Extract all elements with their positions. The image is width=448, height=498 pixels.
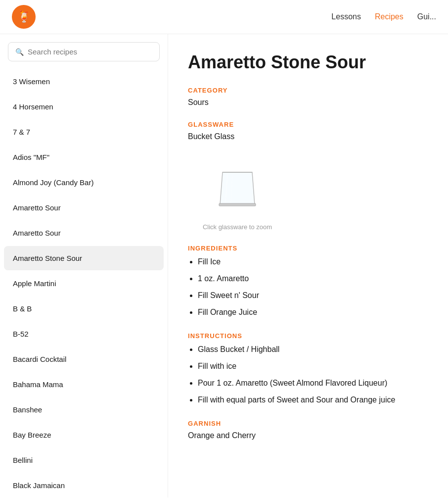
recipe-list-item[interactable]: Adios "MF" — [4, 145, 164, 169]
app-header: 🍹 Lessons Recipes Gui... — [0, 0, 448, 34]
recipe-list-item[interactable]: Bellini — [4, 448, 164, 472]
recipe-list-item[interactable]: 4 Horsemen — [4, 95, 164, 119]
ingredients-list: Fill Ice1 oz. AmarettoFill Sweet n' Sour… — [188, 256, 428, 318]
search-icon: 🔍 — [15, 48, 24, 56]
instructions-section: INSTRUCTIONS Glass Bucket / HighballFill… — [188, 332, 428, 406]
glass-image-container: Click glassware to zoom — [188, 155, 287, 231]
garnish-value: Orange and Cherry — [188, 431, 428, 440]
instruction-item: Fill with ice — [198, 360, 428, 372]
instructions-label: INSTRUCTIONS — [188, 332, 428, 340]
recipe-list-item[interactable]: Bay Breeze — [4, 423, 164, 447]
search-container: 🔍 — [0, 34, 168, 69]
glassware-label: GLASSWARE — [188, 121, 428, 128]
recipe-list-item[interactable]: Amaretto Sour — [4, 196, 164, 220]
instructions-list: Glass Bucket / HighballFill with icePour… — [188, 344, 428, 406]
ingredient-item: Fill Orange Juice — [198, 306, 428, 318]
app-layout: 🔍 3 Wisemen4 Horsemen7 & 7Adios "MF"Almo… — [0, 34, 448, 498]
ingredient-item: Fill Sweet n' Sour — [198, 290, 428, 301]
svg-rect-4 — [219, 203, 256, 206]
category-value: Sours — [188, 98, 428, 107]
nav-recipes[interactable]: Recipes — [375, 12, 403, 21]
recipe-list-item[interactable]: Almond Joy (Candy Bar) — [4, 170, 164, 195]
search-input[interactable] — [28, 48, 152, 56]
ingredients-label: INGREDIENTS — [188, 245, 428, 252]
recipe-list-item[interactable]: Apple Martini — [4, 271, 164, 296]
main-nav: Lessons Recipes Gui... — [331, 12, 436, 21]
recipe-list-item[interactable]: Amaretto Sour — [4, 221, 164, 245]
recipe-list-item[interactable]: Bacardi Cocktail — [4, 347, 164, 371]
recipe-list-item[interactable]: Bahama Mama — [4, 372, 164, 397]
garnish-section: GARNISH Orange and Cherry — [188, 420, 428, 440]
category-section: CATEGORY Sours — [188, 87, 428, 107]
glass-image[interactable] — [205, 155, 269, 219]
recipe-list-item[interactable]: B-52 — [4, 322, 164, 346]
sidebar: 🔍 3 Wisemen4 Horsemen7 & 7Adios "MF"Almo… — [0, 34, 168, 498]
ingredient-item: 1 oz. Amaretto — [198, 273, 428, 285]
ingredient-item: Fill Ice — [198, 256, 428, 268]
recipe-list-item[interactable]: 3 Wisemen — [4, 69, 164, 94]
category-label: CATEGORY — [188, 87, 428, 94]
glassware-section: GLASSWARE Bucket Glass — [188, 121, 428, 231]
recipe-list-item[interactable]: B & B — [4, 297, 164, 321]
instruction-item: Glass Bucket / Highball — [198, 344, 428, 355]
instruction-item: Fill with equal parts of Sweet and Sour … — [198, 394, 428, 406]
glass-caption: Click glassware to zoom — [203, 223, 272, 231]
app-logo[interactable]: 🍹 — [12, 5, 36, 29]
glassware-value: Bucket Glass — [188, 132, 428, 141]
instruction-item: Pour 1 oz. Amaretto (Sweet Almond Flavor… — [198, 377, 428, 389]
recipe-list-item[interactable]: Amaretto Stone Sour — [4, 246, 164, 270]
search-box: 🔍 — [8, 42, 160, 61]
main-content: Amaretto Stone Sour CATEGORY Sours GLASS… — [168, 34, 448, 498]
recipe-title: Amaretto Stone Sour — [188, 52, 428, 73]
nav-lessons[interactable]: Lessons — [331, 12, 361, 21]
ingredients-section: INGREDIENTS Fill Ice1 oz. AmarettoFill S… — [188, 245, 428, 318]
nav-guide[interactable]: Gui... — [417, 12, 436, 21]
garnish-label: GARNISH — [188, 420, 428, 427]
recipe-list-item[interactable]: 7 & 7 — [4, 120, 164, 144]
recipe-list-item[interactable]: Black Jamaican — [4, 473, 164, 498]
recipe-list: 3 Wisemen4 Horsemen7 & 7Adios "MF"Almond… — [0, 69, 168, 498]
recipe-list-item[interactable]: Banshee — [4, 398, 164, 422]
logo-area: 🍹 — [12, 5, 36, 29]
